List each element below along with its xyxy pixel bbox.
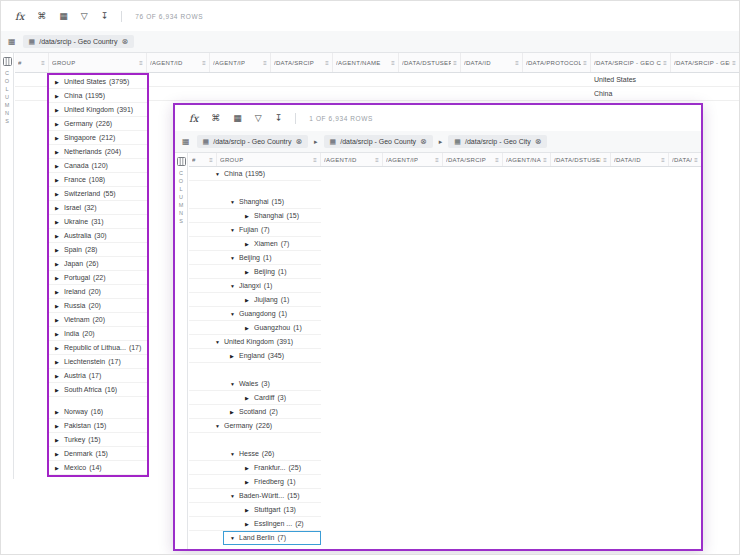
column-header[interactable]: #≡	[189, 153, 217, 166]
command-icon[interactable]: ⌘	[37, 12, 46, 21]
collapse-arrow-icon[interactable]: ▶	[55, 261, 64, 267]
tree-row[interactable]: ▼Guangdong(1)	[189, 307, 321, 321]
download-icon[interactable]: ↧	[101, 12, 109, 21]
collapse-arrow-icon[interactable]: ▶	[245, 479, 254, 485]
column-menu-icon[interactable]: ≡	[375, 157, 379, 163]
expand-arrow-icon[interactable]: ▼	[230, 381, 239, 387]
collapse-arrow-icon[interactable]: ▶	[55, 387, 64, 393]
columns-icon[interactable]	[177, 157, 186, 166]
column-menu-icon[interactable]: ≡	[435, 157, 439, 163]
tree-row[interactable]: ▼Germany(226)	[189, 419, 321, 433]
sheet-grid-icon[interactable]: ▦	[182, 137, 190, 146]
collapse-arrow-icon[interactable]: ▶	[230, 409, 239, 415]
collapse-arrow-icon[interactable]: ▶	[55, 149, 64, 155]
tab-3[interactable]: ▦/data/srcip - Geo City⊗	[448, 135, 547, 148]
tab-2[interactable]: ▦/data/srcip - Geo County⊗	[324, 135, 433, 148]
tree-row[interactable]: ▼Shanghai(15)	[189, 195, 321, 209]
column-menu-icon[interactable]: ≡	[495, 157, 499, 163]
group-row[interactable]: ▶Australia(30)	[49, 229, 147, 243]
group-row[interactable]: ▶Japan(26)	[49, 257, 147, 271]
column-header[interactable]: /AGENT/NAME≡	[503, 153, 551, 166]
column-menu-icon[interactable]: ≡	[263, 60, 267, 66]
tree-row[interactable]: ▼Hesse(26)	[189, 447, 321, 461]
grid-search-icon[interactable]: ▦	[233, 114, 242, 123]
filter-icon[interactable]: ▽	[81, 12, 88, 21]
column-menu-icon[interactable]: ≡	[583, 60, 587, 66]
group-row[interactable]: ▶Portugal(22)	[49, 271, 147, 285]
collapse-arrow-icon[interactable]: ▶	[245, 241, 254, 247]
collapse-arrow-icon[interactable]: ▶	[245, 269, 254, 275]
tree-row[interactable]: ▼Wales(3)	[189, 377, 321, 391]
group-row[interactable]: ▶Netherlands(204)	[49, 145, 147, 159]
collapse-arrow-icon[interactable]: ▶	[245, 465, 254, 471]
tree-row[interactable]: ▶Stuttgart(13)	[189, 503, 321, 517]
column-header[interactable]: /DATA/SRCIP≡	[443, 153, 503, 166]
column-header[interactable]: /DATA/SRCIP - GEO COUNTRY≡	[591, 53, 671, 72]
column-menu-icon[interactable]: ≡	[41, 60, 45, 66]
tree-row[interactable]: ▼Jiangxi(1)	[189, 279, 321, 293]
group-row[interactable]: ▶Germany(226)	[49, 117, 147, 131]
tree-row[interactable]: ▼Fujian(7)	[189, 223, 321, 237]
tree-row[interactable]: ▶Scotland(2)	[189, 405, 321, 419]
collapse-arrow-icon[interactable]: ▶	[55, 451, 64, 457]
column-header[interactable]: /AGENT/NAME≡	[333, 53, 399, 72]
collapse-arrow-icon[interactable]: ▶	[245, 549, 254, 552]
expand-arrow-icon[interactable]: ▼	[215, 171, 224, 177]
tab-close-icon[interactable]: ⊗	[535, 137, 542, 146]
expand-arrow-icon[interactable]: ▼	[230, 311, 239, 317]
tab-close-icon[interactable]: ⊗	[295, 137, 302, 146]
collapse-arrow-icon[interactable]: ▶	[245, 395, 254, 401]
columns-icon[interactable]	[3, 57, 12, 66]
expand-arrow-icon[interactable]: ▼	[230, 255, 239, 261]
tree-row[interactable]: ▼Beijing(1)	[189, 251, 321, 265]
collapse-arrow-icon[interactable]: ▶	[55, 331, 64, 337]
column-menu-icon[interactable]: ≡	[202, 60, 206, 66]
tab-1[interactable]: ▦/data/srcip - Geo Country⊗	[197, 135, 309, 148]
column-menu-icon[interactable]: ≡	[661, 157, 665, 163]
collapse-arrow-icon[interactable]: ▶	[55, 219, 64, 225]
group-row[interactable]: ▶Mexico(14)	[49, 461, 147, 475]
collapse-arrow-icon[interactable]: ▶	[55, 205, 64, 211]
tree-row[interactable]: ▶Esslingen ...(2)	[189, 517, 321, 531]
tree-row[interactable]: ▶Cardiff(3)	[189, 391, 321, 405]
expand-arrow-icon[interactable]: ▼	[230, 283, 239, 289]
collapse-arrow-icon[interactable]: ▶	[245, 297, 254, 303]
tab-close-icon[interactable]: ⊗	[121, 37, 128, 46]
collapse-arrow-icon[interactable]: ▶	[55, 247, 64, 253]
group-row[interactable]: ▶Liechtenstein(17)	[49, 355, 147, 369]
column-header[interactable]: #≡	[15, 53, 49, 72]
collapse-arrow-icon[interactable]: ▶	[245, 213, 254, 219]
group-row[interactable]: ▶United States(3795)	[49, 75, 147, 89]
collapse-arrow-icon[interactable]: ▶	[55, 317, 64, 323]
tree-row[interactable]: ▼Baden-Württ...(15)	[189, 489, 321, 503]
collapse-arrow-icon[interactable]: ▶	[55, 135, 64, 141]
formula-icon[interactable]: fx	[189, 113, 198, 124]
group-row[interactable]: ▶United Kingdom(391)	[49, 103, 147, 117]
column-header[interactable]: /DATA/ID≡	[611, 153, 669, 166]
group-row[interactable]: ▶Norway(16)	[49, 405, 147, 419]
collapse-arrow-icon[interactable]: ▶	[245, 521, 254, 527]
expand-arrow-icon[interactable]: ▼	[230, 227, 239, 233]
group-row[interactable]: ▶Israel(32)	[49, 201, 147, 215]
column-menu-icon[interactable]: ≡	[313, 157, 317, 163]
column-menu-icon[interactable]: ≡	[663, 60, 667, 66]
collapse-arrow-icon[interactable]: ▶	[55, 177, 64, 183]
grid-search-icon[interactable]: ▦	[59, 12, 68, 21]
column-menu-icon[interactable]: ≡	[391, 60, 395, 66]
command-icon[interactable]: ⌘	[211, 114, 220, 123]
tree-row[interactable]: ▶Berlin(7)	[189, 545, 321, 551]
group-row[interactable]: ▶Canada(120)	[49, 159, 147, 173]
group-row[interactable]: ▶Turkey(15)	[49, 433, 147, 447]
column-menu-icon[interactable]: ≡	[209, 157, 213, 163]
column-header[interactable]: GROUP≡	[49, 53, 147, 72]
group-row[interactable]: ▶Austria(17)	[49, 369, 147, 383]
collapse-arrow-icon[interactable]: ▶	[245, 507, 254, 513]
filter-icon[interactable]: ▽	[255, 114, 262, 123]
column-header[interactable]: /DATA/DSTUSER≡	[551, 153, 611, 166]
collapse-arrow-icon[interactable]: ▶	[55, 437, 64, 443]
tree-row[interactable]: ▼United Kingdom(391)	[189, 335, 321, 349]
sheet-grid-icon[interactable]: ▦	[8, 37, 16, 46]
tree-row[interactable]: ▼China(1195)	[189, 167, 321, 181]
column-menu-icon[interactable]: ≡	[453, 60, 457, 66]
expand-arrow-icon[interactable]: ▼	[230, 493, 239, 499]
